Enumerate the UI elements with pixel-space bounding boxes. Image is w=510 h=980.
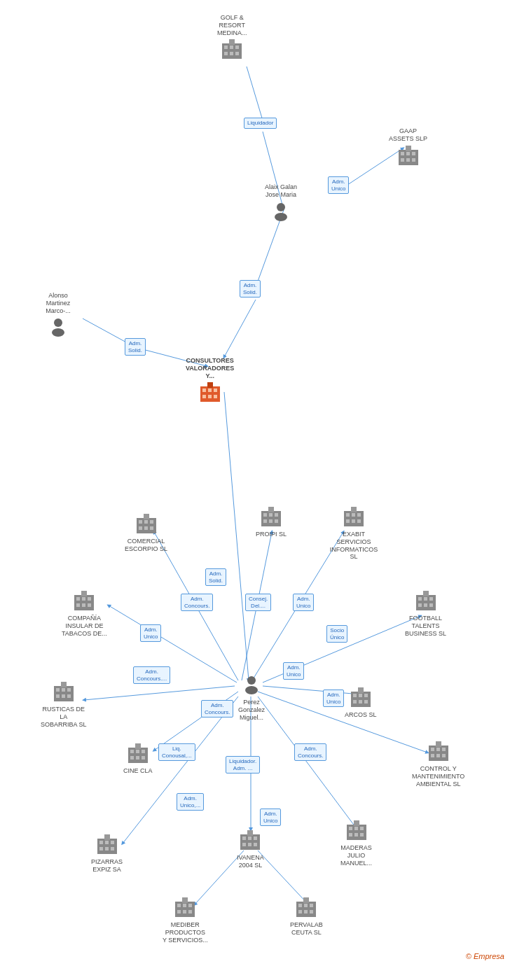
svg-rect-67 <box>346 513 350 517</box>
svg-rect-123 <box>436 741 441 747</box>
adm-unico-compania-badge[interactable]: Adm.Unico <box>140 624 161 642</box>
adm-concours-rusticas-badge[interactable]: Adm.Concours.... <box>133 666 170 684</box>
rusticas-icon <box>51 679 76 704</box>
pervalab-icon <box>294 895 319 920</box>
adm-unico-arcos-badge[interactable]: Adm.Unico <box>283 662 304 680</box>
svg-rect-35 <box>406 158 410 162</box>
control-mantenimiento-icon <box>426 738 451 764</box>
svg-rect-115 <box>135 743 141 749</box>
svg-rect-144 <box>349 833 352 836</box>
adm-unico-cine-badge[interactable]: Adm.Unico,... <box>177 793 204 811</box>
socio-unico-badge[interactable]: SocioÚnico <box>326 625 347 643</box>
svg-rect-87 <box>424 603 427 607</box>
svg-point-98 <box>247 676 256 685</box>
svg-rect-31 <box>401 152 404 155</box>
svg-rect-83 <box>418 597 422 601</box>
svg-rect-122 <box>442 754 446 757</box>
svg-rect-48 <box>214 395 217 398</box>
maderas-julio-node: MADERAS JULIO MANUEL... <box>340 818 372 867</box>
ivanena-node: IVANENA 2004 SL <box>237 827 264 869</box>
svg-rect-89 <box>423 591 429 596</box>
svg-rect-141 <box>349 827 352 830</box>
svg-rect-154 <box>188 910 192 913</box>
svg-rect-138 <box>111 847 114 850</box>
svg-rect-70 <box>346 519 350 523</box>
liquidador-adm-badge[interactable]: Liquidador.Adm. ... <box>226 756 260 774</box>
adm-solid-alaix-badge[interactable]: Adm.Solid. <box>240 280 261 298</box>
svg-rect-120 <box>431 754 434 757</box>
svg-rect-131 <box>247 830 253 836</box>
svg-rect-97 <box>61 682 67 687</box>
svg-rect-34 <box>401 158 404 162</box>
svg-line-11 <box>109 606 237 682</box>
svg-rect-93 <box>67 688 71 692</box>
adm-unico-exabit-badge[interactable]: Adm.Unico <box>293 594 314 611</box>
svg-rect-106 <box>364 700 368 704</box>
svg-rect-54 <box>139 526 142 530</box>
consultores-node: CONSULTORES VALORADORES Y... <box>186 356 234 405</box>
consej-del-badge[interactable]: Consej.Del.... <box>245 594 271 611</box>
rusticas-node: RUSTICAS DE LA SOBARRIBA SL <box>41 679 87 728</box>
svg-rect-84 <box>424 597 427 601</box>
svg-rect-62 <box>263 519 267 523</box>
svg-rect-110 <box>136 750 139 753</box>
comercial-escorpio-icon <box>134 511 159 536</box>
liquidador-badge[interactable]: Liquidador <box>244 118 277 129</box>
svg-rect-47 <box>208 395 212 398</box>
adm-unico-arcos2-badge[interactable]: Adm.Unico <box>323 690 344 707</box>
football-talents-icon <box>413 588 439 613</box>
svg-rect-109 <box>130 750 134 753</box>
svg-rect-160 <box>298 910 302 913</box>
svg-rect-134 <box>105 841 109 844</box>
svg-rect-27 <box>230 52 233 55</box>
svg-rect-151 <box>188 904 192 907</box>
arcos-icon <box>348 685 373 710</box>
svg-rect-60 <box>269 513 273 517</box>
adm-unico-ivanena-badge[interactable]: Adm.Unico <box>260 808 281 826</box>
svg-rect-101 <box>353 694 357 697</box>
svg-rect-153 <box>183 910 186 913</box>
svg-rect-155 <box>182 897 188 903</box>
svg-line-4 <box>224 300 256 357</box>
pizarras-expiz-node: PIZARRAS EXPIZ SA <box>91 832 123 874</box>
liq-conousal-badge[interactable]: Liq.Conousal,... <box>158 743 195 761</box>
svg-rect-73 <box>351 507 357 512</box>
cine-cla-node: CINE CLA <box>123 741 153 775</box>
adm-solid-proipi-badge[interactable]: Adm.Solid. <box>205 568 226 586</box>
adm-concours-perez-badge[interactable]: Adm.Concours. <box>201 700 233 718</box>
football-talents-node: FOOTBALL TALENTS BUSINESS SL <box>405 588 446 637</box>
svg-rect-59 <box>263 513 267 517</box>
adm-solid-alonso-badge[interactable]: Adm.Solid. <box>125 338 146 356</box>
svg-line-13 <box>84 686 235 700</box>
perez-gonzalez-icon <box>239 672 264 697</box>
svg-rect-128 <box>242 843 246 846</box>
proipi-node: PROIPI SL <box>256 504 287 538</box>
arcos-node: ARCOS SL <box>345 685 377 719</box>
svg-rect-43 <box>202 388 206 392</box>
svg-rect-158 <box>304 904 308 907</box>
svg-rect-162 <box>310 910 313 913</box>
svg-rect-25 <box>235 46 239 49</box>
svg-point-99 <box>245 686 258 694</box>
svg-rect-121 <box>436 754 440 757</box>
svg-rect-112 <box>130 756 134 760</box>
svg-rect-71 <box>352 519 355 523</box>
control-mantenimiento-node: CONTROL Y MANTENIMIENTO AMBIENTAL SL <box>412 738 464 788</box>
mediber-node: MEDIBER PRODUCTOS Y SERVICIOS... <box>163 895 208 944</box>
mediber-icon <box>172 895 198 920</box>
maderas-julio-icon <box>344 818 369 843</box>
svg-rect-23 <box>224 46 228 49</box>
svg-rect-103 <box>364 694 368 697</box>
svg-rect-118 <box>436 748 440 751</box>
svg-rect-55 <box>144 526 148 530</box>
svg-rect-133 <box>99 841 103 844</box>
svg-rect-95 <box>62 694 65 698</box>
adm-concours-compania-badge[interactable]: Adm.Concours. <box>181 594 213 611</box>
adm-concours-ctrl-badge[interactable]: Adm.Concours. <box>294 743 326 761</box>
gaap-assets-icon <box>396 143 421 168</box>
exabit-icon <box>341 504 366 529</box>
adm-unico-gaap-badge[interactable]: Adm.Unico <box>328 176 349 194</box>
svg-rect-86 <box>418 603 422 607</box>
cine-cla-icon <box>125 741 151 766</box>
svg-rect-159 <box>310 904 313 907</box>
